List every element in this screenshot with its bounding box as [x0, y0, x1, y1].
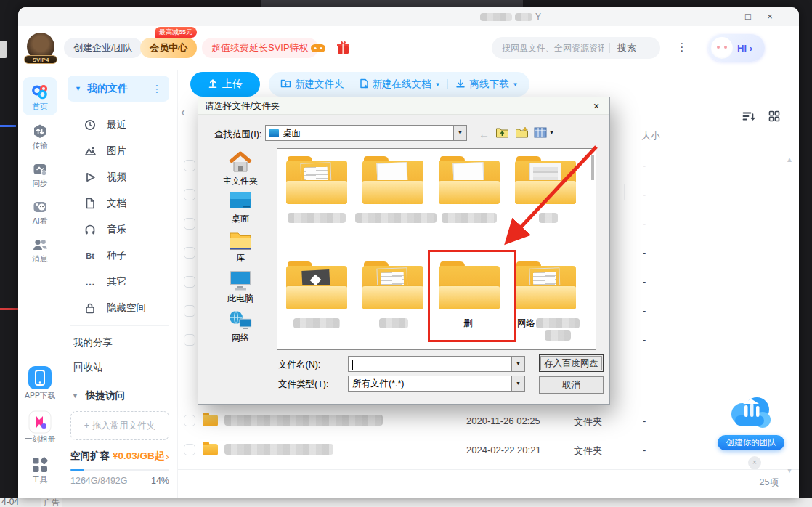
close-promo-icon[interactable]: ×	[748, 456, 761, 469]
collapse-caret-icon[interactable]: ▼	[75, 85, 81, 92]
nav-item-tools[interactable]: 工具	[23, 453, 57, 485]
nav-item-transfer[interactable]: 传输	[23, 121, 57, 151]
combo-dropdown-icon[interactable]: ▼	[511, 357, 524, 371]
file-name-combobox[interactable]: ▼	[348, 356, 525, 372]
folder-tile[interactable]	[515, 156, 576, 204]
table-row[interactable]: 2024-02-22 20:21 文件夹 -	[178, 435, 789, 464]
offline-download-button[interactable]: 离线下载 ▼	[455, 78, 518, 91]
dialog-scrollbar-thumb[interactable]	[591, 155, 594, 180]
folder-tile[interactable]	[439, 156, 500, 204]
netdisk-logo-icon	[23, 82, 57, 101]
nav-item-home[interactable]: 首页	[23, 77, 57, 115]
folder-name-blur	[536, 318, 580, 328]
lock-icon	[84, 302, 97, 314]
breadcrumb-back-icon[interactable]: ‹	[181, 105, 185, 120]
maximize-button[interactable]: □	[740, 9, 756, 24]
row-checkbox[interactable]	[184, 415, 195, 426]
place-desktop[interactable]: 桌面	[206, 190, 275, 225]
minimize-button[interactable]: —	[717, 9, 733, 24]
row-checkbox[interactable]	[184, 189, 195, 200]
folder-tile[interactable]	[362, 261, 423, 309]
file-name-input[interactable]	[350, 357, 508, 370]
search-button[interactable]: 搜索	[617, 41, 636, 54]
nav-item-ai[interactable]: AI看	[23, 196, 57, 227]
close-button[interactable]: ×	[762, 9, 778, 24]
search-box[interactable]: 搜索	[492, 37, 660, 59]
scrollbar-down-icon[interactable]: ▼	[786, 466, 793, 474]
grid-view-icon[interactable]	[768, 110, 780, 125]
sort-icon[interactable]	[742, 110, 755, 125]
cancel-button[interactable]: 取消	[539, 376, 604, 394]
sidebar-item-music[interactable]: 音乐	[62, 216, 178, 243]
view-menu-caret-icon[interactable]: ▼	[549, 130, 554, 135]
member-center-button[interactable]: 会员中心	[140, 38, 197, 58]
folder-name-blur	[288, 213, 346, 223]
back-arrow-icon[interactable]: ←	[479, 128, 490, 140]
upload-button[interactable]: 上传	[190, 72, 260, 97]
team-cloud-icon[interactable]	[725, 391, 776, 433]
combo-dropdown-icon[interactable]: ▼	[453, 126, 466, 140]
sidebar-item-recycle-bin[interactable]: 回收站	[62, 354, 178, 381]
row-checkbox[interactable]	[184, 276, 195, 288]
place-home-folder[interactable]: 主文件夹	[206, 151, 275, 187]
new-online-doc-button[interactable]: 新建在线文档 ▼	[360, 78, 441, 91]
row-checkbox[interactable]	[184, 334, 195, 346]
up-level-icon[interactable]	[495, 126, 509, 142]
sidebar-item-videos[interactable]: 视频	[62, 164, 178, 190]
file-name-blur	[224, 415, 383, 426]
look-in-combobox[interactable]: 桌面 ▼	[265, 125, 467, 141]
row-checkbox[interactable]	[184, 305, 195, 317]
create-team-badge[interactable]: 创建你的团队	[718, 435, 784, 450]
my-files-menu-icon[interactable]: ⋮	[152, 83, 162, 94]
game-icon[interactable]	[310, 41, 326, 55]
new-folder-icon	[280, 78, 291, 90]
new-folder-dialog-icon[interactable]	[515, 126, 529, 142]
collapse-caret-icon[interactable]: ▼	[72, 392, 78, 399]
nav-item-messages[interactable]: 消息	[23, 234, 57, 264]
svip-renew-button[interactable]: 超值续费延长SVIP特权	[202, 38, 318, 58]
nav-item-photo-album[interactable]: 一刻相册	[23, 408, 57, 445]
storage-expand-link[interactable]: 空间扩容 ¥0.03/GB起 ›	[70, 450, 169, 463]
sidebar-item-pictures[interactable]: 图片	[62, 138, 178, 164]
row-checkbox[interactable]	[184, 218, 195, 230]
scrollbar-up-icon[interactable]: ▲	[786, 155, 793, 163]
text-caret	[352, 360, 353, 370]
place-network[interactable]: 网络	[206, 308, 275, 344]
new-folder-button[interactable]: 新建文件夹	[280, 78, 344, 91]
home-folder-icon	[206, 151, 275, 174]
sidebar-item-my-files[interactable]: ▼ 我的文件 ⋮	[68, 76, 169, 102]
folder-tile[interactable]	[286, 156, 347, 204]
more-menu-icon[interactable]: ⋮	[676, 41, 688, 54]
sidebar-item-quick-access[interactable]: ▼ 快捷访问	[62, 385, 178, 407]
folder-tile[interactable]	[286, 261, 347, 309]
dialog-close-icon[interactable]: ×	[589, 99, 604, 113]
chevron-right-icon: ›	[166, 451, 169, 462]
save-to-netdisk-button[interactable]: 存入百度网盘	[539, 354, 604, 372]
sidebar-item-recent[interactable]: 最近	[62, 112, 178, 138]
folder-tile[interactable]	[515, 261, 576, 309]
sidebar-item-hidden-space[interactable]: 隐藏空间	[62, 295, 178, 321]
view-menu-icon[interactable]	[534, 127, 547, 141]
folder-tile[interactable]	[362, 156, 423, 204]
nav-item-app-download[interactable]: APP下载	[23, 363, 57, 401]
place-libraries[interactable]: 库	[206, 230, 275, 264]
table-row[interactable]: 2020-11-26 02:25 文件夹 -	[178, 406, 789, 435]
assistant-button[interactable]: Hi ›	[708, 34, 765, 62]
sidebar-item-my-shares[interactable]: 我的分享	[62, 330, 178, 356]
place-this-pc[interactable]: 此电脑	[206, 269, 275, 305]
create-team-button[interactable]: 创建企业/团队	[64, 38, 142, 58]
file-type-combobox[interactable]: 所有文件(*.*) ▼	[348, 376, 525, 392]
search-input[interactable]	[502, 43, 604, 53]
gift-icon[interactable]	[336, 41, 352, 55]
row-checkbox[interactable]	[184, 160, 195, 171]
nav-item-sync[interactable]: 同步	[23, 158, 57, 189]
window-title-blur	[515, 13, 532, 21]
sidebar-item-documents[interactable]: 文档	[62, 190, 178, 216]
desktop-ad-fragment: 广告	[41, 497, 62, 507]
combo-dropdown-icon[interactable]: ▼	[511, 376, 524, 391]
row-checkbox[interactable]	[184, 444, 195, 455]
sidebar-item-others[interactable]: … 其它	[62, 269, 178, 295]
sidebar-item-torrents[interactable]: Bt 种子	[62, 243, 178, 269]
drop-folder-zone[interactable]: + 拖入常用文件夹	[70, 411, 169, 440]
row-checkbox[interactable]	[184, 247, 195, 259]
